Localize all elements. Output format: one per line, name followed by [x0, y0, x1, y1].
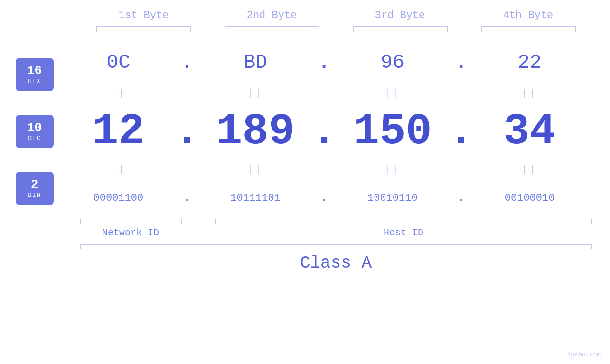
byte-header-3: 3rd Byte: [348, 9, 452, 21]
watermark: ipshu.com: [567, 351, 601, 358]
host-id-label: Host ID: [384, 227, 423, 238]
class-label: Class A: [80, 253, 592, 273]
hex-byte-3: 96: [336, 51, 450, 74]
dec-badge-num: 10: [27, 121, 42, 135]
bin-byte-1: 00001100: [62, 192, 175, 204]
main-container: 1st Byte 2nd Byte 3rd Byte 4th Byte 16 H…: [0, 0, 610, 364]
bin-badge-num: 2: [31, 178, 38, 192]
byte-header-4: 4th Byte: [476, 9, 581, 21]
hex-badge-label: HEX: [28, 78, 40, 85]
top-bracket-4: [481, 26, 576, 32]
hex-byte-1: 0C: [62, 51, 175, 74]
host-bracket-line: [215, 219, 592, 224]
dec-byte-4: 34: [473, 107, 586, 157]
top-bracket-1: [96, 26, 191, 32]
bin-dot-2: .: [312, 192, 336, 204]
bin-row: 00001100 . 10111101 . 10010110 .: [62, 179, 610, 217]
class-section: Class A: [80, 244, 592, 273]
dec-badge-label: DEC: [28, 135, 40, 142]
class-bracket-line: [80, 244, 592, 249]
sep-row-1: || || || ||: [62, 84, 610, 103]
values-area: 0C . BD . 96 . 22: [62, 41, 610, 217]
bottom-brackets-row: Network ID Host ID: [80, 219, 592, 238]
top-bracket-2: [225, 26, 319, 32]
full-layout: 16 HEX 10 DEC 2 BIN 0C .: [0, 41, 610, 217]
hex-dot-3: .: [449, 51, 473, 74]
dec-byte-1: 12: [62, 107, 175, 157]
host-bracket-group: Host ID: [215, 219, 592, 238]
hex-dot-1: .: [175, 51, 199, 74]
dec-byte-3: 150: [336, 107, 450, 157]
dec-badge: 10 DEC: [16, 115, 54, 148]
base-badges: 16 HEX 10 DEC 2 BIN: [0, 41, 62, 217]
bin-dot-3: .: [449, 192, 473, 204]
bin-byte-3: 10010110: [336, 192, 450, 204]
hex-dot-2: .: [312, 51, 336, 74]
network-bracket-group: Network ID: [80, 219, 182, 238]
bin-byte-4: 00100010: [473, 192, 586, 204]
dec-byte-2: 189: [199, 107, 312, 157]
hex-byte-2: BD: [199, 51, 312, 74]
byte-headers-row: 1st Byte 2nd Byte 3rd Byte 4th Byte: [80, 9, 592, 21]
dec-row: 12 . 189 . 150 . 34: [62, 103, 610, 160]
network-id-label: Network ID: [102, 227, 159, 238]
byte-header-2: 2nd Byte: [220, 9, 324, 21]
hex-badge: 16 HEX: [16, 58, 54, 91]
network-bracket-line: [80, 219, 182, 224]
hex-byte-4: 22: [473, 51, 586, 74]
bin-badge-label: BIN: [28, 192, 40, 199]
dec-dot-2: .: [312, 107, 336, 157]
top-brackets: [80, 26, 592, 32]
byte-header-1: 1st Byte: [92, 9, 196, 21]
hex-badge-num: 16: [27, 64, 42, 78]
bin-byte-2: 10111101: [199, 192, 312, 204]
bin-dot-1: .: [175, 192, 199, 204]
hex-row: 0C . BD . 96 . 22: [62, 41, 610, 84]
bin-badge: 2 BIN: [16, 172, 54, 205]
dec-dot-3: .: [449, 107, 473, 157]
top-bracket-3: [353, 26, 448, 32]
sep-row-2: || || || ||: [62, 160, 610, 179]
dec-dot-1: .: [175, 107, 199, 157]
